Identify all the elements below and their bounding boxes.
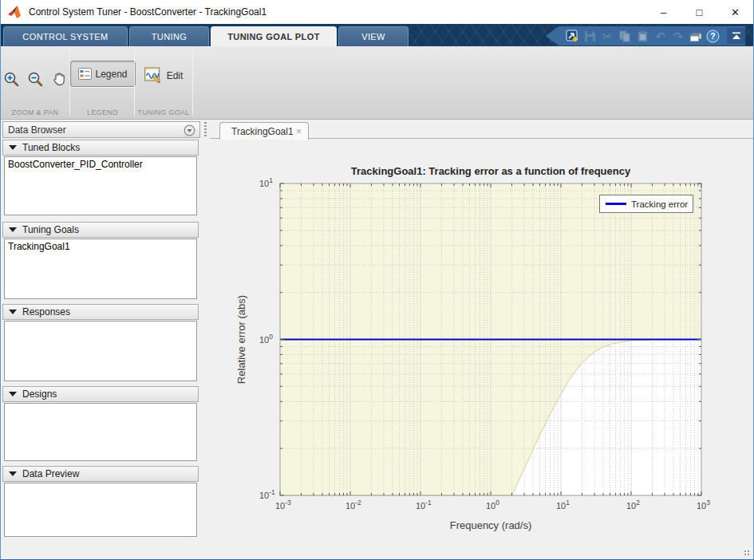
collapse-triangle-icon: [9, 392, 17, 396]
zoom-out-icon[interactable]: [25, 69, 45, 89]
main-content: Data Browser Tuned Blocks BoostConverter…: [1, 120, 753, 559]
legend-entry-label: Tracking error: [631, 199, 688, 209]
ribbon-group-legend: Legend LEGEND: [71, 46, 134, 119]
close-button[interactable]: ✕: [717, 0, 753, 24]
legend-line-sample: [606, 203, 626, 205]
tuning-goals-list[interactable]: TrackingGoal1: [4, 239, 197, 299]
ribbon-group-tuning-goal: Edit TUNING GOAL: [136, 46, 191, 119]
collapse-triangle-icon: [9, 471, 17, 476]
window-layout-icon[interactable]: [687, 28, 705, 44]
legend-button-icon: [77, 68, 91, 80]
group-caption-zoom-pan: ZOOM & PAN: [1, 108, 69, 116]
matlab-logo-icon: [8, 6, 22, 18]
document-tab-trackinggoal1[interactable]: TrackingGoal1 ×: [219, 122, 309, 140]
export-figure-icon[interactable]: [563, 28, 581, 44]
document-tab-strip: TrackingGoal1 ×: [210, 121, 753, 139]
tuned-blocks-list[interactable]: BoostConverter_PID_Controller: [4, 156, 197, 215]
redo-icon: ↷: [669, 28, 687, 44]
section-label: Designs: [22, 388, 57, 400]
edit-tuning-goal-button[interactable]: Edit: [137, 61, 191, 90]
maximize-button[interactable]: □: [681, 0, 717, 24]
x-tick-label: 102: [626, 499, 640, 511]
quick-access-toolbar: ✂ ↶ ↷: [546, 26, 745, 45]
x-tick-label: 10-3: [275, 499, 291, 511]
pan-hand-icon[interactable]: [49, 69, 69, 89]
splitter-grip: [204, 122, 207, 138]
document-tab-close-icon[interactable]: ×: [296, 126, 302, 137]
data-browser-title: Data Browser: [8, 124, 66, 136]
section-header-data-preview[interactable]: Data Preview: [2, 466, 199, 482]
tab-control-system[interactable]: CONTROL SYSTEM: [3, 26, 128, 46]
panel-splitter[interactable]: [202, 120, 210, 559]
document-tab-label: TrackingGoal1: [231, 126, 294, 137]
ribbon: ZOOM & PAN Legend LEGEND: [1, 46, 753, 120]
list-item[interactable]: BoostConverter_PID_Controller: [5, 157, 196, 172]
data-browser-header: Data Browser: [2, 121, 200, 138]
window-title: Control System Tuner - BoostConverter - …: [29, 6, 266, 18]
y-tick-label: 101: [259, 176, 273, 188]
x-tick-label: 103: [697, 499, 710, 511]
ribbon-divider: [134, 49, 135, 116]
y-tick-label: 100: [259, 333, 273, 345]
group-caption-tuning-goal: TUNING GOAL: [136, 108, 191, 116]
document-area: TrackingGoal1 × 10-310-210-1100101102103…: [210, 120, 753, 559]
collapse-triangle-icon: [9, 310, 17, 314]
ribbon-divider: [192, 49, 193, 116]
collapse-ribbon-icon[interactable]: [727, 28, 745, 44]
section-header-tuned-blocks[interactable]: Tuned Blocks: [2, 140, 199, 156]
tab-tuning-goal-plot[interactable]: TUNING GOAL PLOT: [211, 26, 337, 46]
help-icon[interactable]: ?: [705, 28, 722, 44]
control-system-tuner-window: Control System Tuner - BoostConverter - …: [0, 0, 754, 560]
collapse-triangle-icon: [9, 145, 17, 150]
group-caption-legend: LEGEND: [71, 108, 134, 116]
zoom-in-icon[interactable]: [1, 69, 22, 89]
svg-text:?: ?: [711, 31, 716, 41]
tuning-goal-figure: 10-310-210-110010110210310-1100101Tracki…: [210, 140, 753, 559]
x-tick-label: 101: [556, 499, 570, 511]
title-bar: Control System Tuner - BoostConverter - …: [1, 0, 753, 24]
x-tick-label: 10-2: [345, 499, 361, 511]
window-resize-grip[interactable]: [744, 550, 751, 557]
x-axis-label: Frequency (rad/s): [450, 519, 532, 531]
ribbon-group-zoom-pan: ZOOM & PAN: [1, 46, 69, 119]
minimize-button[interactable]: –: [645, 0, 681, 24]
save-icon: [581, 28, 598, 44]
ribbon-tab-bar: CONTROL SYSTEM TUNING TUNING GOAL PLOT V…: [1, 24, 753, 46]
designs-list[interactable]: [4, 403, 197, 461]
data-browser-panel: Data Browser Tuned Blocks BoostConverter…: [1, 120, 202, 559]
data-preview-list[interactable]: [4, 483, 197, 537]
section-label: Data Preview: [22, 468, 79, 479]
section-label: Tuned Blocks: [22, 142, 80, 153]
collapse-triangle-icon: [9, 227, 17, 232]
section-header-designs[interactable]: Designs: [2, 386, 199, 402]
paste-icon: [634, 28, 651, 44]
tab-view[interactable]: VIEW: [338, 26, 409, 46]
list-item[interactable]: TrackingGoal1: [5, 239, 196, 254]
cut-icon: ✂: [598, 28, 616, 44]
section-label: Responses: [22, 306, 70, 317]
edit-button-label: Edit: [167, 70, 184, 81]
chart-title: TrackingGoal1: Tracking error as a funct…: [351, 165, 631, 177]
responses-list[interactable]: [4, 321, 197, 381]
section-label: Tuning Goals: [22, 224, 79, 235]
legend-button-label: Legend: [95, 69, 127, 80]
tab-tuning[interactable]: TUNING: [129, 26, 209, 46]
edit-button-icon: [144, 67, 163, 84]
legend-toggle-button[interactable]: Legend: [69, 61, 135, 87]
section-header-tuning-goals[interactable]: Tuning Goals: [2, 222, 199, 238]
copy-icon: [616, 28, 634, 44]
data-browser-menu-icon[interactable]: [184, 124, 195, 136]
x-tick-label: 100: [486, 499, 499, 511]
x-tick-label: 10-1: [416, 499, 432, 511]
y-axis-label: Relative error (abs): [235, 295, 247, 384]
undo-icon: ↶: [652, 28, 669, 44]
section-header-responses[interactable]: Responses: [2, 304, 199, 320]
y-tick-label: 10-1: [259, 488, 275, 500]
chart-legend[interactable]: Tracking error: [599, 195, 693, 213]
